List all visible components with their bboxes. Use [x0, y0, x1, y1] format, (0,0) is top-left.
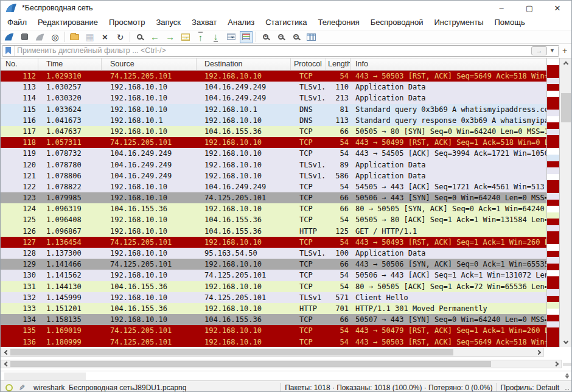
packet-minimap-scrollbar[interactable]	[546, 58, 560, 347]
cell-len: 110	[326, 82, 351, 93]
resize-grip[interactable]	[565, 389, 570, 392]
column-header-time[interactable]: Time	[38, 58, 102, 70]
menu-item-помощь[interactable]: Помощь	[489, 15, 531, 30]
menu-item-файл[interactable]: Файл	[2, 15, 32, 30]
go-to-packet-icon[interactable]	[178, 30, 193, 43]
colorize-icon[interactable]	[239, 30, 254, 43]
packet-row[interactable]: 1171.047637192.168.10.10104.16.155.36TCP…	[1, 126, 546, 137]
close-file-icon[interactable]: ×	[97, 30, 113, 43]
column-header-length[interactable]: Length	[326, 58, 351, 70]
packet-row[interactable]: 1251.096408192.168.10.10104.16.155.36TCP…	[1, 214, 546, 225]
auto-scroll-icon[interactable]	[223, 30, 239, 43]
open-file-icon[interactable]	[67, 30, 82, 43]
column-header-source[interactable]: Source	[102, 58, 197, 70]
packet-row[interactable]: 1211.078806104.16.249.249192.168.10.10TL…	[1, 170, 546, 181]
packet-row[interactable]: 1271.13645474.125.205.101192.168.10.10TC…	[1, 237, 546, 248]
cell-info: Application Data	[351, 248, 546, 259]
reload-file-icon[interactable]: ↻	[113, 30, 128, 43]
filter-dropdown-caret[interactable]: ▼	[548, 47, 559, 55]
packet-row[interactable]: 1301.141562192.168.10.1074.125.205.101TC…	[1, 270, 546, 281]
packet-row[interactable]: 1151.033624192.168.10.10192.168.10.1DNS8…	[1, 104, 546, 115]
packet-row[interactable]: 1261.096867192.168.10.10104.16.155.36HTT…	[1, 226, 546, 237]
column-header-protocol[interactable]: Protocol	[291, 58, 326, 70]
go-to-top-icon[interactable]: ↑	[193, 30, 208, 43]
column-header-no[interactable]: No.	[1, 58, 38, 70]
scroll-down-icon[interactable]	[560, 338, 572, 347]
menu-item-запуск[interactable]: Запуск	[150, 15, 186, 30]
go-back-icon[interactable]: ←	[147, 30, 162, 43]
minimize-button[interactable]: –	[487, 1, 515, 15]
expert-info-icon[interactable]	[5, 384, 13, 391]
mini-scroll-up-icon[interactable]	[565, 371, 569, 376]
cell-info: GET / HTTP/1.1	[351, 226, 546, 237]
packet-row[interactable]: 1341.158135192.168.10.10104.16.155.36TCP…	[1, 314, 546, 325]
filter-bookmark-button[interactable]	[2, 46, 15, 56]
horizontal-scroll-thumb[interactable]	[10, 361, 491, 367]
vertical-scroll-track[interactable]	[560, 68, 572, 338]
start-capture-icon[interactable]	[2, 30, 17, 43]
packet-row[interactable]: 1231.079985192.168.10.1074.125.205.101TC…	[1, 192, 546, 203]
packet-row[interactable]: 1131.030257192.168.10.10104.16.249.249TL…	[1, 82, 546, 93]
packet-row[interactable]: 1321.145999192.168.10.1074.125.205.101TL…	[1, 292, 546, 303]
packet-row[interactable]: 1141.030320192.168.10.10104.16.249.249TL…	[1, 93, 546, 103]
packet-row[interactable]: 1201.078780104.16.249.249192.168.10.10TL…	[1, 159, 546, 170]
menu-item-редактирование[interactable]: Редактирование	[32, 15, 103, 30]
zoom-original-icon[interactable]: •	[288, 30, 304, 43]
scroll-right-icon[interactable]	[552, 360, 561, 368]
menu-item-просмотр[interactable]: Просмотр	[103, 15, 150, 30]
zoom-in-icon[interactable]: +	[258, 30, 273, 43]
display-filter-input[interactable]	[15, 46, 531, 55]
cell-dst: 192.168.10.10	[197, 115, 291, 126]
mini-scroll-down-icon[interactable]	[565, 376, 569, 380]
menu-item-телефония[interactable]: Телефония	[312, 15, 364, 30]
packet-row[interactable]: 1351.16901974.125.205.101192.168.10.10TC…	[1, 325, 546, 336]
apply-filter-button[interactable]: →	[531, 46, 547, 55]
menu-item-беспроводной[interactable]: Беспроводной	[365, 15, 429, 30]
close-button[interactable]: ✕	[543, 1, 571, 15]
horizontal-scroll-track[interactable]	[10, 360, 552, 368]
packet-row[interactable]: 1191.078732104.16.249.249192.168.10.10TC…	[1, 148, 546, 159]
maximize-button[interactable]: ▢	[515, 1, 543, 15]
packet-row[interactable]: 1311.144130104.16.155.36192.168.10.10TCP…	[1, 281, 546, 292]
menu-item-анализ[interactable]: Анализ	[222, 15, 260, 30]
vertical-scroll-thumb[interactable]	[561, 93, 571, 122]
packet-row[interactable]: 1221.078822192.168.10.10104.16.249.249TC…	[1, 181, 546, 192]
packet-row[interactable]: 1161.041673192.168.10.1192.168.10.10DNS1…	[1, 115, 546, 126]
packet-row[interactable]: 1291.14146674.125.205.101192.168.10.10TC…	[1, 259, 546, 270]
go-to-bottom-icon[interactable]: ↓	[208, 30, 223, 43]
restart-capture-icon[interactable]	[32, 30, 47, 43]
horizontal-scroll-thumb[interactable]	[10, 349, 453, 355]
mini-scroll-arrows[interactable]	[565, 371, 569, 380]
scroll-left-icon[interactable]	[1, 348, 10, 356]
add-filter-button[interactable]: +	[559, 46, 570, 55]
find-packet-icon[interactable]	[132, 30, 147, 43]
packet-row[interactable]: 1361.18099974.125.205.101192.168.10.10TC…	[1, 337, 546, 348]
scroll-up-icon[interactable]	[560, 58, 572, 68]
stop-capture-icon[interactable]	[17, 30, 32, 43]
column-header-destination[interactable]: Destination	[197, 58, 291, 70]
column-header-info[interactable]: Info	[351, 58, 546, 70]
menu-item-захват[interactable]: Захват	[186, 15, 222, 30]
profile-label[interactable]: Профиль: Default	[501, 383, 560, 392]
go-forward-icon[interactable]: →	[162, 30, 178, 43]
horizontal-scroll-track[interactable]	[10, 348, 534, 356]
zoom-out-icon[interactable]: −	[273, 30, 288, 43]
cell-dst: 104.16.155.36	[197, 126, 291, 137]
packet-row[interactable]: 1181.05731174.125.205.101192.168.10.10TC…	[1, 137, 546, 148]
packet-row[interactable]: 1281.137300192.168.10.1095.163.54.50TLSv…	[1, 248, 546, 259]
packet-row[interactable]: 1241.096319104.16.155.36192.168.10.10TCP…	[1, 203, 546, 214]
wireshark-window: *Беспроводная сеть – ▢ ✕ ФайлРедактирова…	[1, 1, 571, 391]
horizontal-scrollbar-list[interactable]	[1, 348, 544, 357]
capture-options-icon[interactable]: ◎	[47, 30, 63, 43]
menu-item-статистика[interactable]: Статистика	[260, 15, 312, 30]
vertical-scrollbar[interactable]	[560, 58, 572, 347]
packet-row[interactable]: 1121.02931074.125.205.101192.168.10.10TC…	[1, 71, 546, 82]
capture-comment-icon[interactable]: ✎	[19, 383, 25, 392]
menu-item-инструменты[interactable]: Инструменты	[428, 15, 489, 30]
save-file-icon[interactable]: ▦	[82, 30, 97, 43]
resize-columns-icon[interactable]	[304, 30, 319, 43]
scroll-left-icon[interactable]	[1, 360, 10, 368]
horizontal-scrollbar-detail[interactable]	[1, 360, 562, 368]
scroll-right-icon[interactable]	[534, 348, 543, 356]
packet-row[interactable]: 1331.151201104.16.155.36192.168.10.10HTT…	[1, 303, 546, 314]
